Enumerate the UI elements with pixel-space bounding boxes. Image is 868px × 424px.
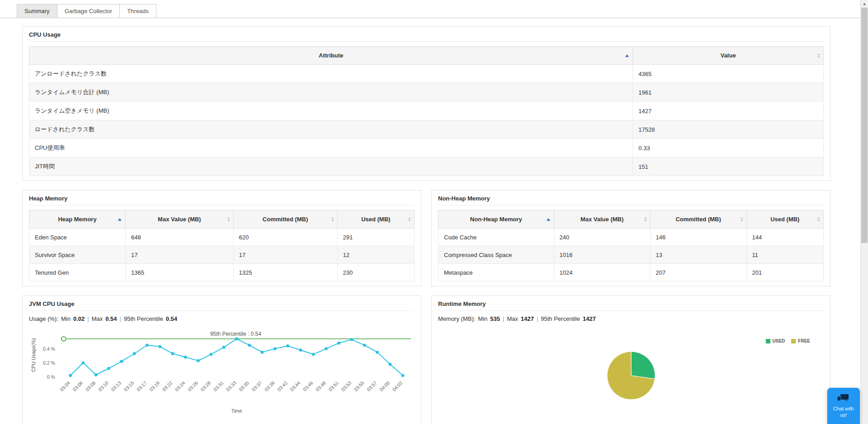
svg-text:03:46: 03:46	[302, 380, 314, 392]
table-row: Survivor Space171712	[29, 246, 415, 264]
runtime-memory-stats: Memory (MB): Min 535 | Max 1427 | 95th P…	[438, 315, 824, 322]
svg-text:03:15: 03:15	[123, 380, 135, 392]
column-header-value[interactable]: Value	[633, 47, 824, 65]
svg-text:03:44: 03:44	[289, 380, 301, 392]
scroll-up-arrow-icon[interactable]: ▲	[861, 0, 868, 7]
cell-used: 230	[337, 264, 414, 281]
stats-label: Usage (%):	[29, 315, 58, 322]
cell-attribute: JIT時間	[29, 157, 633, 176]
cell-space: Metaspace	[439, 264, 554, 281]
cell-used: 11	[746, 246, 823, 264]
max-label: Max	[507, 315, 518, 322]
tab-bar: Summary Garbage Collector Threads	[0, 0, 860, 18]
svg-text:03:10: 03:10	[98, 380, 109, 392]
cell-space: Survivor Space	[29, 246, 126, 264]
column-header-attribute[interactable]: Attribute	[29, 47, 633, 65]
p95-label: 95th Percentile	[124, 315, 163, 322]
legend-item-free[interactable]: FREE	[791, 338, 810, 343]
svg-text:03:51: 03:51	[328, 380, 340, 392]
table-row: ランタイム空きメモリ (MB)1427	[29, 102, 824, 120]
sort-ascending-icon	[625, 54, 629, 57]
cell-max: 1016	[554, 246, 650, 264]
cell-max: 1365	[126, 264, 234, 281]
cell-attribute: ランタイム空きメモリ (MB)	[29, 102, 633, 120]
tab-summary[interactable]: Summary	[17, 5, 57, 18]
column-header-label: Value	[721, 52, 736, 59]
column-header-used[interactable]: Used (MB)	[746, 210, 823, 229]
column-header-non-heap-memory[interactable]: Non-Heap Memory	[439, 210, 554, 229]
column-header-label: Used (MB)	[770, 216, 799, 223]
jvm-cpu-line-chart: 0 %0.2 %0.4 %CPU Usage(%)95th Percentile…	[29, 325, 415, 414]
heap-memory-panel-title: Heap Memory	[29, 194, 415, 205]
cell-space: Tenured Gen	[29, 264, 126, 281]
cell-attribute: ロードされたクラス数	[29, 120, 633, 139]
column-header-max-value[interactable]: Max Value (MB)	[126, 210, 234, 229]
chat-button-label: Chat with us!	[830, 406, 857, 418]
runtime-memory-panel: Runtime Memory Memory (MB): Min 535 | Ma…	[431, 295, 830, 424]
max-value: 0.54	[105, 315, 117, 322]
column-header-label: Committed (MB)	[263, 216, 308, 223]
p95-value: 1427	[583, 315, 596, 322]
column-header-heap-memory[interactable]: Heap Memory	[29, 210, 126, 229]
svg-text:03:22: 03:22	[161, 380, 173, 392]
p95-value: 0.54	[166, 315, 177, 322]
chat-button[interactable]: Chat with us!	[827, 388, 860, 424]
scrollbar-thumb[interactable]	[861, 8, 868, 243]
tab-threads[interactable]: Threads	[120, 5, 156, 18]
column-header-label: Non-Heap Memory	[470, 216, 522, 223]
chat-icon	[837, 394, 850, 405]
cell-value: 17528	[633, 120, 824, 139]
column-header-label: Committed (MB)	[675, 216, 721, 223]
legend-item-used[interactable]: USED	[766, 338, 785, 343]
svg-text:04:02: 04:02	[392, 380, 403, 392]
separator: |	[87, 315, 89, 322]
non-heap-memory-table: Non-Heap Memory Max Value (MB) Committed…	[438, 210, 824, 281]
runtime-memory-panel-title: Runtime Memory	[438, 300, 824, 311]
svg-text:CPU Usage(%): CPU Usage(%)	[31, 338, 36, 372]
svg-text:03:35: 03:35	[238, 380, 250, 392]
cell-value: 1961	[633, 83, 824, 102]
cell-max: 648	[126, 229, 234, 246]
svg-text:03:17: 03:17	[136, 380, 148, 392]
svg-text:03:06: 03:06	[72, 380, 84, 392]
legend-free-label: FREE	[798, 338, 810, 343]
svg-text:0.4 %: 0.4 %	[43, 347, 55, 352]
svg-text:04:00: 04:00	[379, 380, 391, 392]
svg-text:03:26: 03:26	[187, 380, 199, 392]
column-header-used[interactable]: Used (MB)	[337, 210, 414, 229]
cell-committed: 1325	[233, 264, 337, 281]
tab-garbage-collector[interactable]: Garbage Collector	[57, 5, 120, 18]
cell-space: Compressed Class Space	[439, 246, 554, 264]
sort-icon	[817, 53, 820, 58]
svg-text:03:39: 03:39	[264, 380, 275, 392]
table-header-row: Attribute Value	[29, 47, 824, 65]
table-row: Eden Space648620291	[29, 229, 415, 246]
table-row: ロードされたクラス数17528	[29, 120, 824, 139]
column-header-max-value[interactable]: Max Value (MB)	[554, 210, 650, 229]
cell-max: 1024	[554, 264, 650, 281]
pie-legend: USED FREE	[766, 338, 810, 343]
svg-text:03:33: 03:33	[226, 380, 237, 392]
cell-attribute: ランタイムメモリ合計 (MB)	[29, 83, 633, 102]
column-header-committed[interactable]: Committed (MB)	[650, 210, 746, 229]
memory-tables-row: Heap Memory Heap Memory Max Value (MB) C…	[22, 190, 830, 295]
sort-icon	[644, 217, 647, 222]
svg-text:0.2 %: 0.2 %	[43, 361, 55, 366]
separator: |	[503, 315, 504, 322]
jvm-cpu-stats: Usage (%): Min 0.02 | Max 0.54 | 95th Pe…	[29, 315, 415, 322]
cell-used: 201	[746, 264, 823, 281]
heap-memory-table: Heap Memory Max Value (MB) Committed (MB…	[29, 210, 415, 281]
svg-text:03:31: 03:31	[212, 380, 224, 392]
free-swatch	[791, 339, 796, 343]
sort-icon	[227, 217, 230, 222]
cpu-usage-panel-title: CPU Usage	[29, 30, 824, 42]
cell-used: 12	[337, 246, 414, 264]
table-row: ランタイムメモリ合計 (MB)1961	[29, 83, 824, 102]
cell-used: 291	[337, 229, 414, 246]
vertical-scrollbar[interactable]: ▲	[860, 0, 868, 424]
cell-committed: 207	[650, 264, 746, 281]
svg-text:0 %: 0 %	[47, 375, 55, 380]
table-row: JIT時間151	[29, 157, 824, 176]
svg-text:03:13: 03:13	[110, 380, 122, 392]
column-header-committed[interactable]: Committed (MB)	[233, 210, 337, 229]
